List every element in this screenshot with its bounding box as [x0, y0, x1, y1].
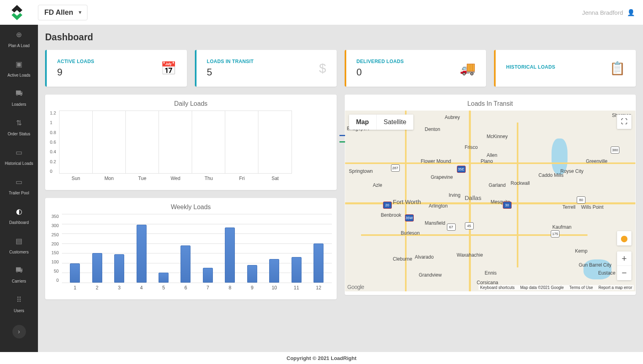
daily-y-axis: 1.210.80.60.40.20: [50, 111, 59, 174]
chevron-down-icon: ▼: [77, 10, 82, 15]
pegman-icon: ⬤: [621, 235, 628, 242]
loaders-icon: ⛟: [2, 89, 36, 98]
sidebar-label: Active Loads: [8, 73, 30, 77]
stat-delivered-loads[interactable]: DELIVERED LOADS 0 🚚: [345, 50, 486, 87]
dollar-icon: $: [319, 61, 326, 76]
main-content: Dashboard ACTIVE LOADS 9 📅 LOADS IN TRAN…: [38, 25, 643, 352]
company-name: FD Allen: [44, 8, 73, 16]
content-row: Daily Loads 1.210.80.60.40.20 SunMonTueW…: [45, 95, 636, 299]
sidebar-label: Users: [14, 309, 24, 313]
archive-icon: ▭: [2, 148, 36, 157]
map-report-link[interactable]: Report a map error: [599, 285, 632, 290]
stat-label: HISTORICAL LOADS: [506, 64, 555, 70]
sidebar-label: Customers: [9, 250, 28, 254]
sidebar-item-active-loads[interactable]: ▣Active Loads: [0, 54, 38, 84]
map-tiles: Dallas Fort Worth Denton Arlington Plano…: [345, 111, 636, 291]
map-type-controls: Map Satellite: [349, 115, 414, 130]
weekly-bar[interactable]: [269, 259, 279, 283]
stat-historical-loads[interactable]: HISTORICAL LOADS 📋: [494, 50, 636, 87]
map-attribution: Keyboard shortcuts Map data ©2021 Google…: [478, 285, 634, 290]
map-zoom-controls: + −: [617, 251, 631, 280]
weekly-bar[interactable]: [159, 273, 169, 283]
weekly-bar[interactable]: [92, 253, 102, 283]
weekly-bar[interactable]: [114, 254, 124, 283]
weekly-bar[interactable]: [292, 257, 302, 283]
sliders-icon: ⇅: [2, 119, 36, 127]
sidebar-item-trailer-pool[interactable]: ▭Trailer Pool: [0, 172, 38, 202]
sidebar-item-customers[interactable]: ▤Customers: [0, 231, 38, 261]
sidebar-label: Historical Loads: [5, 161, 33, 166]
calendar-icon: 📅: [161, 61, 177, 76]
truck-icon: ⛟: [2, 266, 36, 275]
sidebar-item-plan-load[interactable]: ⊕Plan A Load: [0, 25, 38, 54]
chart-title: Daily Loads: [45, 95, 337, 111]
map-type-satellite[interactable]: Satellite: [377, 115, 414, 130]
truck-icon: 🚚: [460, 61, 476, 76]
weekly-loads-panel: Weekly Loads 350300250200150100500 12345…: [45, 198, 337, 299]
map-fullscreen-button[interactable]: ⛶: [617, 115, 631, 129]
stat-label: ACTIVE LOADS: [57, 59, 94, 64]
stats-row: ACTIVE LOADS 9 📅 LOADS IN TRANSIT 5 $ DE…: [45, 50, 636, 87]
sidebar-label: Loaders: [12, 102, 26, 107]
weekly-y-axis: 350300250200150100500: [50, 214, 62, 283]
map-canvas[interactable]: Dallas Fort Worth Denton Arlington Plano…: [345, 111, 636, 291]
dashboard-icon: ◐: [2, 207, 36, 216]
map-data-text: Map data ©2021 Google: [520, 285, 564, 290]
sidebar-item-carriers[interactable]: ⛟Carriers: [0, 261, 38, 290]
trailer-icon: ▭: [2, 178, 36, 186]
weekly-bar[interactable]: [70, 263, 80, 283]
plus-circle-icon: ⊕: [2, 30, 36, 39]
charts-column: Daily Loads 1.210.80.60.40.20 SunMonTueW…: [45, 95, 337, 299]
weekly-bar[interactable]: [225, 228, 235, 283]
user-name: Jenna Bradford: [582, 9, 623, 16]
stat-loads-in-transit[interactable]: LOADS IN TRANSIT 5 $: [195, 50, 337, 87]
sidebar-expand-button[interactable]: ›: [12, 325, 26, 338]
sidebar-item-loaders[interactable]: ⛟Loaders: [0, 84, 38, 113]
building-icon: ▤: [2, 237, 36, 245]
weekly-bar[interactable]: [137, 225, 147, 283]
sidebar-label: Order Status: [8, 132, 30, 136]
weekly-bar[interactable]: [314, 243, 323, 283]
map-pegman[interactable]: ⬤: [617, 231, 631, 245]
sidebar-label: Plan A Load: [8, 44, 30, 48]
map-terms-link[interactable]: Terms of Use: [570, 285, 593, 290]
map-title: Loads In Transit: [345, 95, 636, 111]
weekly-bar[interactable]: [203, 268, 213, 283]
header-left: FD Allen ▼: [8, 4, 87, 22]
stat-label: DELIVERED LOADS: [357, 59, 404, 64]
daily-grid: [59, 111, 292, 174]
stat-label: LOADS IN TRANSIT: [207, 59, 254, 64]
sidebar-item-historical[interactable]: ▭Historical Loads: [0, 142, 38, 172]
chevron-right-icon: ›: [18, 328, 20, 335]
google-logo: Google: [347, 284, 364, 290]
user-menu[interactable]: Jenna Bradford 👤: [582, 9, 635, 16]
map-shortcuts-link[interactable]: Keyboard shortcuts: [480, 285, 514, 290]
stat-value: 0: [357, 67, 404, 78]
fullscreen-icon: ⛶: [621, 118, 627, 125]
map-type-map[interactable]: Map: [349, 115, 377, 130]
stat-value: 9: [57, 67, 94, 78]
map-panel: Loads In Transit Dallas Fort Worth: [345, 95, 636, 295]
sidebar-item-order-status[interactable]: ⇅Order Status: [0, 113, 38, 142]
sidebar-label: Carriers: [12, 279, 26, 283]
daily-loads-panel: Daily Loads 1.210.80.60.40.20 SunMonTueW…: [45, 95, 337, 190]
map-zoom-out[interactable]: −: [617, 266, 631, 280]
footer: Copyright © 2021 LoadRight: [0, 352, 643, 364]
stat-value: 5: [207, 67, 254, 78]
page-title: Dashboard: [45, 32, 636, 43]
app-logo[interactable]: [8, 4, 26, 22]
stat-active-loads[interactable]: ACTIVE LOADS 9 📅: [45, 50, 187, 87]
clipboard-icon: 📋: [609, 61, 625, 76]
sidebar: ⊕Plan A Load ▣Active Loads ⛟Loaders ⇅Ord…: [0, 25, 38, 364]
weekly-bar[interactable]: [247, 265, 257, 283]
chart-title: Weekly Loads: [45, 198, 337, 214]
sidebar-item-users[interactable]: ⠿Users: [0, 290, 38, 319]
sidebar-label: Trailer Pool: [9, 191, 29, 195]
user-icon: 👤: [627, 9, 635, 16]
weekly-bar[interactable]: [181, 245, 191, 283]
company-selector[interactable]: FD Allen ▼: [38, 5, 87, 20]
daily-x-axis: SunMonTueWedThuFriSat: [59, 176, 292, 181]
users-icon: ⠿: [2, 295, 36, 304]
map-zoom-in[interactable]: +: [617, 251, 631, 266]
sidebar-item-dashboard[interactable]: ◐Dashboard: [0, 202, 38, 231]
